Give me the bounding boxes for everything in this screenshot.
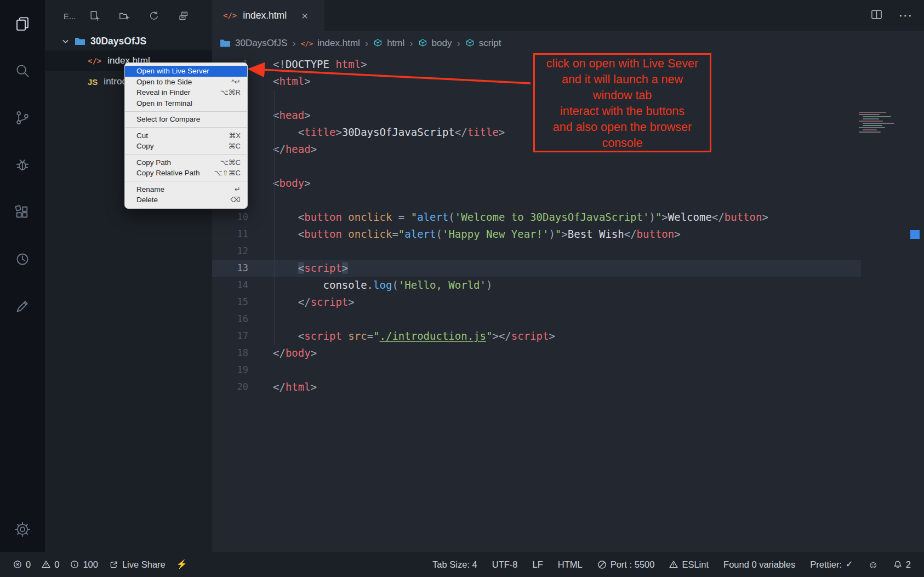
- menu-item-label: Open with Live Server: [136, 67, 209, 75]
- breadcrumb-item-script[interactable]: script: [465, 38, 501, 49]
- menu-item-label: Cut: [136, 132, 148, 140]
- code-line-12[interactable]: 12: [212, 243, 861, 260]
- line-number[interactable]: 17: [212, 328, 248, 345]
- minimap[interactable]: [857, 111, 910, 137]
- tab-index-html[interactable]: </> index.html ×: [212, 0, 324, 31]
- code-text: </script>: [273, 294, 355, 311]
- activity-bar: [0, 0, 45, 552]
- menu-item-shortcut: ⌘C: [229, 142, 241, 150]
- menu-item-shortcut: ↵: [235, 185, 241, 193]
- html-file-icon: </>: [223, 11, 237, 20]
- menu-item-reveal-in-finder[interactable]: Reveal in Finder⌥⌘R: [125, 87, 247, 98]
- menu-item-label: Rename: [136, 185, 164, 193]
- search-icon[interactable]: [9, 58, 36, 84]
- menu-separator: [125, 127, 247, 128]
- bell-icon: [893, 560, 902, 569]
- scrollbar-selection-marker: [910, 230, 920, 239]
- breadcrumb-item-30daysofjs[interactable]: 30DaysOfJS: [220, 38, 287, 49]
- status-run-bolt[interactable]: ⚡: [176, 560, 187, 569]
- line-number[interactable]: 15: [212, 294, 248, 311]
- breadcrumb-item-html[interactable]: html: [373, 38, 404, 49]
- code-line-19[interactable]: 19: [212, 362, 861, 379]
- status-info-count[interactable]: 100: [70, 559, 98, 570]
- line-number[interactable]: 11: [212, 226, 248, 243]
- code-text: <button onclick = "alert('Welcome to 30D…: [273, 209, 768, 226]
- code-line-20[interactable]: 20</html>: [212, 379, 861, 396]
- code-line-13[interactable]: 13 <script>: [212, 260, 861, 277]
- refresh-icon[interactable]: [147, 9, 161, 22]
- menu-separator: [125, 154, 247, 155]
- status-eol[interactable]: LF: [533, 559, 543, 570]
- menu-item-delete[interactable]: Delete⌫: [125, 195, 247, 205]
- menu-item-open-to-the-side[interactable]: Open to the Side^↵: [125, 77, 247, 88]
- status-eslint[interactable]: ESLint: [669, 559, 709, 570]
- breadcrumb-item-index-html[interactable]: </>index.html: [301, 38, 360, 49]
- menu-item-select-for-compare[interactable]: Select for Compare: [125, 114, 247, 125]
- status-prettier[interactable]: Prettier:✓: [810, 559, 853, 570]
- code-line-11[interactable]: 11 <button onclick="alert('Happy New Yea…: [212, 226, 861, 243]
- status-errors[interactable]: 0: [13, 559, 31, 570]
- status-language-mode[interactable]: HTML: [558, 559, 583, 570]
- code-line-15[interactable]: 15 </script>: [212, 294, 861, 311]
- breadcrumb-item-body[interactable]: body: [418, 38, 452, 49]
- menu-item-label: Reveal in Finder: [136, 88, 190, 96]
- close-icon[interactable]: ×: [301, 10, 308, 21]
- code-text: </head>: [273, 141, 317, 158]
- menu-item-open-in-terminal[interactable]: Open in Terminal: [125, 98, 247, 109]
- status-encoding[interactable]: UTF-8: [492, 559, 518, 570]
- new-file-icon[interactable]: [88, 9, 101, 22]
- menu-item-open-with-live-server[interactable]: Open with Live Server: [125, 66, 247, 77]
- line-number[interactable]: 12: [212, 243, 248, 260]
- collapse-all-icon[interactable]: [177, 9, 190, 22]
- line-number[interactable]: 10: [212, 209, 248, 226]
- menu-item-label: Select for Compare: [136, 115, 200, 123]
- more-actions-icon[interactable]: ⋯: [898, 7, 913, 24]
- code-line-17[interactable]: 17 <script src="./introduction.js"></scr…: [212, 328, 861, 345]
- folder-row-30daysofjs[interactable]: 30DaysOfJS: [45, 32, 212, 50]
- settings-gear-icon[interactable]: [9, 516, 36, 542]
- extensions-icon[interactable]: [9, 199, 36, 225]
- code-line-7[interactable]: 7: [212, 158, 861, 175]
- pen-icon[interactable]: [9, 293, 36, 319]
- code-line-16[interactable]: 16: [212, 311, 861, 328]
- code-line-8[interactable]: 8<body>: [212, 175, 861, 192]
- code-line-18[interactable]: 18</body>: [212, 345, 861, 362]
- split-editor-icon[interactable]: [870, 8, 883, 23]
- status-tab-size[interactable]: Tab Size: 4: [432, 559, 477, 570]
- warning-icon: [42, 560, 50, 569]
- menu-item-shortcut: ⌫: [231, 196, 241, 204]
- menu-item-rename[interactable]: Rename↵: [125, 184, 247, 195]
- status-variables[interactable]: Found 0 variables: [723, 559, 795, 570]
- status-live-share[interactable]: Live Share: [109, 559, 166, 570]
- menu-item-cut[interactable]: Cut⌘X: [125, 130, 247, 141]
- info-icon: [70, 560, 79, 569]
- source-control-icon[interactable]: [9, 105, 36, 131]
- status-port[interactable]: Port : 5500: [597, 559, 655, 570]
- menu-item-label: Open in Terminal: [136, 99, 192, 107]
- new-folder-icon[interactable]: [118, 9, 131, 22]
- cube-icon: [418, 38, 427, 48]
- clock-icon[interactable]: [9, 246, 36, 272]
- menu-item-copy-relative-path[interactable]: Copy Relative Path⌥⇧⌘C: [125, 168, 247, 179]
- status-notifications[interactable]: 2: [893, 559, 911, 570]
- line-number[interactable]: 14: [212, 277, 248, 294]
- status-warnings[interactable]: 0: [42, 559, 59, 570]
- line-number[interactable]: 13: [212, 260, 248, 277]
- port-icon: [597, 560, 607, 569]
- code-line-10[interactable]: 10 <button onclick = "alert('Welcome to …: [212, 209, 861, 226]
- code-text: <!DOCTYPE html>: [273, 56, 367, 73]
- explorer-icon[interactable]: [9, 10, 36, 37]
- code-line-14[interactable]: 14 console.log('Hello, World'): [212, 277, 861, 294]
- line-number[interactable]: 19: [212, 362, 248, 379]
- line-number[interactable]: 20: [212, 379, 248, 396]
- breadcrumb-separator: ›: [365, 37, 368, 49]
- line-number[interactable]: 18: [212, 345, 248, 362]
- line-number[interactable]: 16: [212, 311, 248, 328]
- menu-item-copy-path[interactable]: Copy Path⌥⌘C: [125, 157, 247, 168]
- folder-name: 30DaysOfJS: [90, 36, 146, 47]
- menu-separator: [125, 111, 247, 112]
- menu-item-copy[interactable]: Copy⌘C: [125, 141, 247, 152]
- code-line-9[interactable]: 9: [212, 192, 861, 209]
- status-feedback-smiley[interactable]: ☺: [868, 559, 878, 570]
- debug-icon[interactable]: [9, 152, 36, 178]
